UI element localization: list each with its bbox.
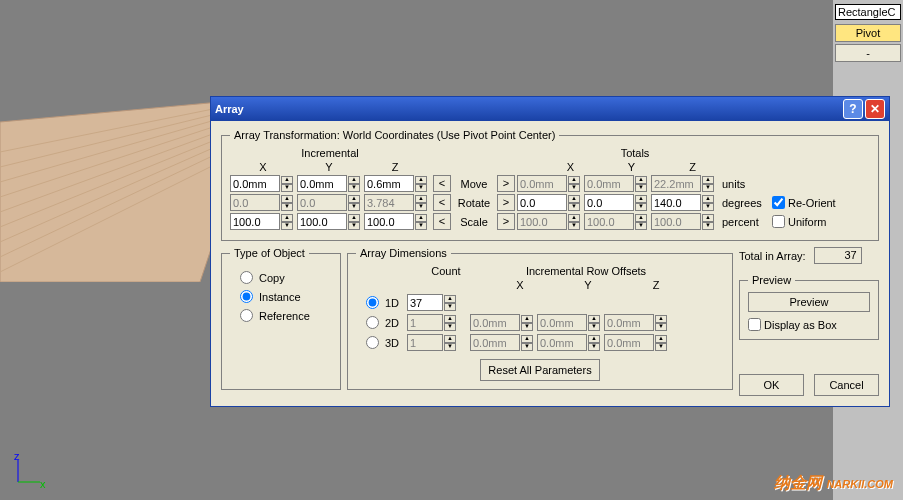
scale-label: Scale bbox=[453, 216, 495, 228]
move-tot-z bbox=[651, 175, 701, 192]
spinner-down-icon[interactable]: ▼ bbox=[281, 184, 293, 192]
spinner-down-icon: ▼ bbox=[521, 323, 533, 331]
pivot-button[interactable]: Pivot bbox=[835, 24, 901, 42]
dim-1d-radio[interactable] bbox=[366, 296, 379, 309]
rotate-right-button[interactable]: > bbox=[497, 194, 515, 211]
uniform-checkbox[interactable]: Uniform bbox=[772, 215, 827, 228]
type-copy-radio[interactable]: Copy bbox=[230, 271, 332, 284]
dims-legend: Array Dimensions bbox=[356, 247, 451, 259]
spinner-down-icon: ▼ bbox=[444, 323, 456, 331]
help-icon[interactable]: ? bbox=[843, 99, 863, 119]
scale-inc-x[interactable] bbox=[230, 213, 280, 230]
spinner-up-icon[interactable]: ▲ bbox=[281, 176, 293, 184]
scale-inc-z[interactable] bbox=[364, 213, 414, 230]
rotate-tot-y[interactable] bbox=[584, 194, 634, 211]
preview-button[interactable]: Preview bbox=[748, 292, 870, 312]
rotate-tot-x[interactable] bbox=[517, 194, 567, 211]
spinner-up-icon: ▲ bbox=[521, 315, 533, 323]
ok-button[interactable]: OK bbox=[739, 374, 804, 396]
spinner-up-icon[interactable]: ▲ bbox=[568, 195, 580, 203]
spinner-up-icon: ▲ bbox=[568, 176, 580, 184]
type-instance-radio[interactable]: Instance bbox=[230, 290, 332, 303]
spinner-down-icon[interactable]: ▼ bbox=[415, 184, 427, 192]
spinner-down-icon[interactable]: ▼ bbox=[702, 203, 714, 211]
spinner-up-icon[interactable]: ▲ bbox=[702, 195, 714, 203]
spinner-up-icon[interactable]: ▲ bbox=[415, 176, 427, 184]
display-as-box-checkbox[interactable]: Display as Box bbox=[748, 318, 870, 331]
spinner-down-icon: ▼ bbox=[521, 343, 533, 351]
dim-2d-count bbox=[407, 314, 443, 331]
move-tot-x bbox=[517, 175, 567, 192]
spinner-down-icon[interactable]: ▼ bbox=[281, 222, 293, 230]
spinner-up-icon[interactable]: ▲ bbox=[348, 214, 360, 222]
rotate-left-button[interactable]: < bbox=[433, 194, 451, 211]
dim-2d-row: 2D ▲▼ ▲▼ ▲▼ ▲▼ bbox=[356, 314, 724, 331]
move-units: units bbox=[722, 178, 766, 190]
spinner-up-icon: ▲ bbox=[588, 335, 600, 343]
spinner-up-icon[interactable]: ▲ bbox=[415, 214, 427, 222]
spinner-down-icon: ▼ bbox=[655, 343, 667, 351]
move-right-button[interactable]: > bbox=[497, 175, 515, 192]
dim-3d-y bbox=[537, 334, 587, 351]
row-offsets-header: Incremental Row Offsets bbox=[486, 265, 686, 277]
close-icon[interactable]: ✕ bbox=[865, 99, 885, 119]
spinner-down-icon: ▼ bbox=[588, 323, 600, 331]
dim-2d-radio[interactable] bbox=[366, 316, 379, 329]
preview-group: Preview Preview Display as Box bbox=[739, 274, 879, 340]
array-dimensions-group: Array Dimensions CountIncremental Row Of… bbox=[347, 247, 733, 390]
scale-right-button[interactable]: > bbox=[497, 213, 515, 230]
dim-2d-z bbox=[604, 314, 654, 331]
dim-1d-count[interactable] bbox=[407, 294, 443, 311]
total-in-array: Total in Array: 37 bbox=[739, 247, 879, 264]
spinner-down-icon: ▼ bbox=[415, 203, 427, 211]
scale-left-button[interactable]: < bbox=[433, 213, 451, 230]
spinner-down-icon[interactable]: ▼ bbox=[635, 203, 647, 211]
dim-3d-count bbox=[407, 334, 443, 351]
cancel-button[interactable]: Cancel bbox=[814, 374, 879, 396]
dim-3d-radio[interactable] bbox=[366, 336, 379, 349]
type-legend: Type of Object bbox=[230, 247, 309, 259]
dialog-titlebar[interactable]: Array ? ✕ bbox=[211, 97, 889, 121]
dim-z-label: Z bbox=[622, 279, 690, 291]
rotate-tot-z[interactable] bbox=[651, 194, 701, 211]
move-inc-y[interactable] bbox=[297, 175, 347, 192]
spinner-down-icon[interactable]: ▼ bbox=[415, 222, 427, 230]
incremental-label: Incremental bbox=[230, 147, 430, 159]
reorient-checkbox[interactable]: Re-Orient bbox=[772, 196, 836, 209]
scale-inc-y[interactable] bbox=[297, 213, 347, 230]
reset-all-button[interactable]: Reset All Parameters bbox=[480, 359, 600, 381]
dim-3d-x bbox=[470, 334, 520, 351]
dialog-title: Array bbox=[215, 103, 244, 115]
move-inc-z[interactable] bbox=[364, 175, 414, 192]
spinner-down-icon: ▼ bbox=[281, 203, 293, 211]
collapse-button[interactable]: - bbox=[835, 44, 901, 62]
spinner-down-icon: ▼ bbox=[348, 203, 360, 211]
preview-legend: Preview bbox=[748, 274, 795, 286]
move-inc-x[interactable] bbox=[230, 175, 280, 192]
scale-units: percent bbox=[722, 216, 766, 228]
spinner-down-icon[interactable]: ▼ bbox=[568, 203, 580, 211]
tot-y-label: Y bbox=[601, 161, 662, 173]
move-row: ▲▼ ▲▼ ▲▼ < Move > ▲▼ ▲▼ ▲▼ units bbox=[230, 175, 870, 192]
spinner-up-icon[interactable]: ▲ bbox=[348, 176, 360, 184]
object-name-field[interactable]: RectangleC bbox=[835, 4, 901, 20]
tot-x-label: X bbox=[540, 161, 601, 173]
spinner-down-icon[interactable]: ▼ bbox=[444, 303, 456, 311]
dim-3d-z bbox=[604, 334, 654, 351]
spinner-up-icon[interactable]: ▲ bbox=[281, 214, 293, 222]
spinner-up-icon: ▲ bbox=[444, 335, 456, 343]
total-label: Total in Array: bbox=[739, 250, 806, 262]
inc-y-label: Y bbox=[296, 161, 362, 173]
spinner-up-icon[interactable]: ▲ bbox=[444, 295, 456, 303]
spinner-up-icon[interactable]: ▲ bbox=[635, 195, 647, 203]
type-reference-radio[interactable]: Reference bbox=[230, 309, 332, 322]
spinner-down-icon[interactable]: ▼ bbox=[348, 222, 360, 230]
scale-tot-z bbox=[651, 213, 701, 230]
spinner-down-icon: ▼ bbox=[635, 184, 647, 192]
move-left-button[interactable]: < bbox=[433, 175, 451, 192]
spinner-down-icon: ▼ bbox=[568, 222, 580, 230]
transform-legend: Array Transformation: World Coordinates … bbox=[230, 129, 559, 141]
spinner-down-icon[interactable]: ▼ bbox=[348, 184, 360, 192]
dim-2d-x bbox=[470, 314, 520, 331]
array-dialog: Array ? ✕ Array Transformation: World Co… bbox=[210, 96, 890, 407]
